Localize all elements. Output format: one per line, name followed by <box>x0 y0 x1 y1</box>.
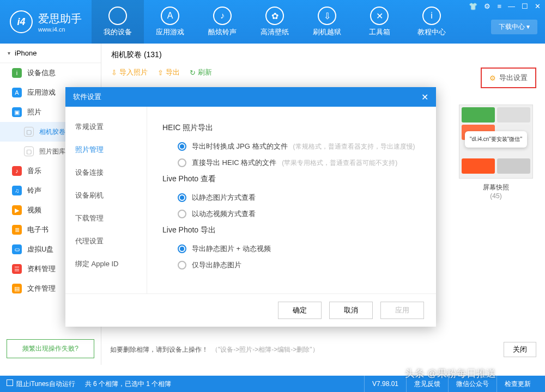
folder-icon: ▢ <box>24 146 34 156</box>
sidebar-item-label: 资料管理 <box>27 264 56 274</box>
sidebar-item-label: 应用游戏 <box>27 88 56 97</box>
radio-option[interactable]: 仅导出静态图片 <box>162 257 421 273</box>
liveexport-section-title: Live Photo 导出 <box>162 225 421 235</box>
sidebar-item-label: 照片 <box>27 107 41 117</box>
shirt-icon[interactable]: 👕 <box>469 2 477 10</box>
radio-icon <box>178 244 186 253</box>
sidebar-icon: A <box>12 88 22 97</box>
refresh-button[interactable]: ↻刷新 <box>190 68 212 77</box>
radio-option[interactable]: 导出静态图片 + 动态视频 <box>162 241 421 257</box>
radio-icon <box>178 158 186 167</box>
settings-tab[interactable]: 常规设置 <box>65 115 147 138</box>
feedback-button[interactable]: 意见反馈 <box>406 376 448 392</box>
radio-icon <box>178 210 186 218</box>
sidebar-item-label: 视频 <box>27 205 41 215</box>
radio-option[interactable]: 以静态图片方式查看 <box>162 189 421 206</box>
radio-option[interactable]: 以动态视频方式查看 <box>162 206 421 222</box>
logo-icon: i4 <box>10 10 33 33</box>
apply-button[interactable]: 应用 <box>380 302 424 319</box>
heic-section-title: HEIC 照片导出 <box>162 123 421 133</box>
dialog-close-icon[interactable]: ✕ <box>421 92 428 102</box>
gear-icon: ⚙ <box>489 74 496 82</box>
option-label: 仅导出静态图片 <box>192 260 241 270</box>
help-link[interactable]: 频繁出现操作失败? <box>7 339 94 358</box>
export-settings-button[interactable]: ⚙ 导出设置 <box>481 68 536 88</box>
nav-wallpapers[interactable]: ✿高清壁纸 <box>249 0 301 44</box>
toolbar: ⇩导入照片 ⇧导出 ↻刷新 <box>101 63 545 82</box>
ok-button[interactable]: 确定 <box>278 302 322 319</box>
sidebar-item-label: 照片图库 <box>39 147 65 156</box>
cancel-button[interactable]: 取消 <box>329 302 373 319</box>
maximize-icon[interactable]: ☐ <box>522 2 528 10</box>
settings-tab[interactable]: 设备连接 <box>65 161 147 184</box>
option-label: 导出静态图片 + 动态视频 <box>192 244 271 254</box>
settings-tab[interactable]: 绑定 Apple ID <box>65 253 147 275</box>
close-button[interactable]: 关闭 <box>504 342 536 357</box>
close-icon[interactable]: ✕ <box>535 2 541 10</box>
dialog-sidebar: 常规设置照片管理设备连接设备刷机下载管理代理设置绑定 Apple ID <box>65 107 147 293</box>
album-thumbnail: "dl.i4.cn"要安装"微信" <box>459 105 533 179</box>
nav-apps[interactable]: A应用游戏 <box>144 0 196 44</box>
folder-icon: ▢ <box>24 127 34 137</box>
sidebar-item-label: 铃声 <box>27 186 41 195</box>
nav-tutorials[interactable]: i教程中心 <box>405 0 458 44</box>
install-prompt: "dl.i4.cn"要安装"微信" <box>465 131 527 148</box>
nav-tools[interactable]: ✕工具箱 <box>353 0 405 44</box>
page-title: 相机胶卷 (131) <box>101 44 545 63</box>
radio-icon <box>178 142 186 151</box>
option-label: 导出时转换成 JPG 格式的文件 <box>192 142 288 151</box>
settings-tab[interactable]: 照片管理 <box>65 138 147 161</box>
dialog-footer: 确定 取消 应用 <box>65 293 436 327</box>
gear-icon[interactable]: ⚙ <box>484 2 491 10</box>
apple-icon <box>108 7 127 25</box>
status-summary: 共 6 个相簿，已选中 1 个相簿 <box>85 379 172 389</box>
sidebar-icon: ≣ <box>12 225 22 235</box>
option-hint: (常规格式，普通查看器支持，导出速度慢) <box>293 142 415 151</box>
nav-ringtones[interactable]: ♪酷炫铃声 <box>196 0 249 44</box>
app-site: www.i4.cn <box>38 26 82 33</box>
status-bar: 阻止iTunes自动运行 共 6 个相簿，已选中 1 个相簿 V7.98.01 … <box>0 376 545 392</box>
import-icon: ⇩ <box>111 69 117 77</box>
sidebar-icon: ▤ <box>12 284 22 293</box>
export-button[interactable]: ⇧导出 <box>158 68 180 77</box>
menu-icon[interactable]: ≡ <box>497 2 501 10</box>
radio-option[interactable]: 导出时转换成 JPG 格式的文件(常规格式，普通查看器支持，导出速度慢) <box>162 138 421 155</box>
sidebar-icon: ⛀ <box>12 244 22 254</box>
radio-icon <box>178 261 186 270</box>
sidebar-item-label: 文件管理 <box>27 284 56 293</box>
liveview-section-title: Live Photo 查看 <box>162 174 421 184</box>
option-label: 直接导出 HEIC 格式的文件 <box>192 158 276 168</box>
settings-tab[interactable]: 代理设置 <box>65 230 147 253</box>
option-label: 以动态视频方式查看 <box>192 209 256 219</box>
nav-flash[interactable]: ⇩刷机越狱 <box>301 0 353 44</box>
sidebar-icon: ☰ <box>12 264 22 274</box>
block-itunes-checkbox[interactable]: 阻止iTunes自动运行 <box>7 379 75 389</box>
option-label: 以静态图片方式查看 <box>192 193 256 203</box>
sidebar-icon: ♫ <box>12 186 22 195</box>
app-name: 爱思助手 <box>38 11 82 26</box>
album-item[interactable]: "dl.i4.cn"要安装"微信" 屏幕快照 (45) <box>459 105 533 200</box>
sidebar-item-label: 相机胶卷 <box>39 127 65 137</box>
device-selector[interactable]: iPhone <box>0 44 101 63</box>
sidebar-icon: ♪ <box>12 166 22 176</box>
minimize-icon[interactable]: — <box>508 2 515 10</box>
app-logo: i4 爱思助手 www.i4.cn <box>0 10 92 33</box>
sidebar-icon: ▶ <box>12 205 22 215</box>
settings-tab[interactable]: 下载管理 <box>65 207 147 230</box>
wechat-button[interactable]: 微信公众号 <box>448 376 496 392</box>
download-center-button[interactable]: 下载中心 ▾ <box>491 20 537 34</box>
album-count: (45) <box>459 192 533 200</box>
import-button[interactable]: ⇩导入照片 <box>111 68 148 77</box>
sidebar-icon: ▣ <box>12 107 22 117</box>
sidebar-icon: i <box>12 68 22 78</box>
sidebar-item-label: 虚拟U盘 <box>27 244 53 254</box>
refresh-icon: ↻ <box>190 69 196 77</box>
sidebar-item-label: 设备信息 <box>27 68 56 78</box>
nav-my-device[interactable]: 我的设备 <box>92 0 144 44</box>
settings-tab[interactable]: 设备刷机 <box>65 184 147 207</box>
radio-option[interactable]: 直接导出 HEIC 格式的文件(苹果专用格式，普通查看器可能不支持) <box>162 155 421 171</box>
delete-tip: 如要删除相簿，请到设备上操作！ （"设备->照片->相簿->编辑->删除"） 关… <box>110 342 536 357</box>
update-button[interactable]: 检查更新 <box>496 376 538 392</box>
option-hint: (苹果专用格式，普通查看器可能不支持) <box>282 158 397 168</box>
sidebar-item[interactable]: i设备信息 <box>0 63 101 83</box>
